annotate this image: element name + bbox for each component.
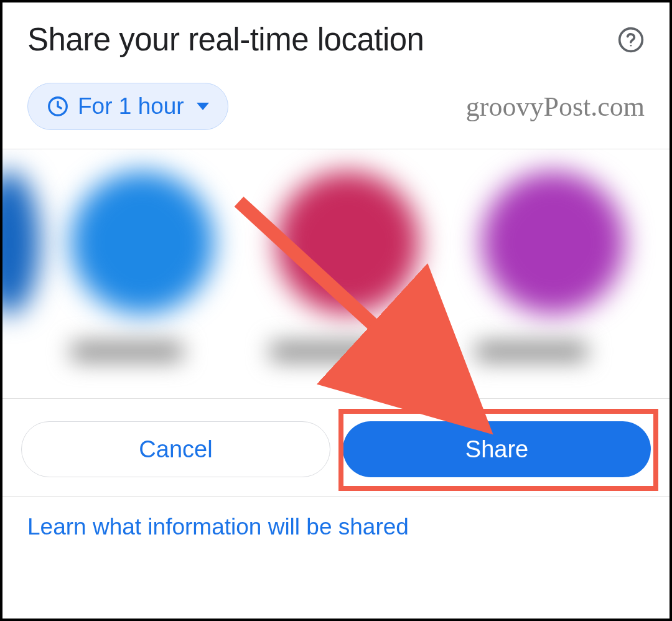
footer: Learn what information will be shared [2,497,670,558]
cancel-button[interactable]: Cancel [21,421,330,477]
dialog-header: Share your real-time location [2,2,670,70]
svg-point-0 [620,28,643,51]
contacts-carousel[interactable] [2,149,670,398]
share-button[interactable]: Share [343,421,651,477]
contact-avatar[interactable] [276,171,419,314]
duration-chip[interactable]: For 1 hour [27,83,228,130]
contact-avatar[interactable] [2,171,40,314]
share-location-dialog: Share your real-time location For 1 hour… [0,0,672,621]
contact-name-blurred [71,342,183,361]
learn-more-link[interactable]: Learn what information will be shared [27,514,409,539]
duration-row: For 1 hour groovyPost.com [2,70,670,149]
duration-label: For 1 hour [78,93,184,119]
contact-avatar[interactable] [71,171,214,314]
action-buttons-row: Cancel Share [2,399,670,496]
clock-icon [47,95,69,118]
contact-name-blurred [270,342,382,361]
dialog-title: Share your real-time location [27,21,424,58]
chevron-down-icon [197,103,209,110]
contact-avatar[interactable] [482,171,625,314]
contact-name-blurred [475,342,587,361]
help-icon[interactable] [617,26,645,54]
watermark-text: groovyPost.com [466,91,645,123]
svg-point-1 [630,44,632,46]
